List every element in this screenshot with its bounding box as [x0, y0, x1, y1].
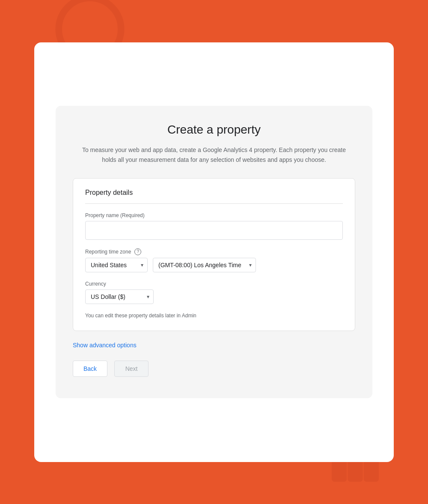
section-title: Property details: [85, 189, 343, 204]
timezone-group: Reporting time zone ? United States Unit…: [85, 248, 343, 272]
timezone-label: Reporting time zone: [85, 249, 131, 255]
property-details-card: Property details Property name (Required…: [73, 178, 355, 331]
property-name-group: Property name (Required): [85, 212, 343, 240]
currency-label: Currency: [85, 281, 343, 287]
timezone-selects-row: United States United Kingdom Canada Aust…: [85, 258, 343, 272]
timezone-select-wrapper: (GMT-08:00) Los Angeles Time (GMT-05:00)…: [153, 258, 256, 272]
currency-select-wrapper: US Dollar ($) Euro (€) British Pound (£)…: [85, 289, 154, 304]
property-name-input[interactable]: [85, 221, 343, 240]
outer-card: Create a property To measure your web an…: [34, 42, 394, 462]
currency-group: Currency US Dollar ($) Euro (€) British …: [85, 281, 343, 304]
back-button[interactable]: Back: [73, 361, 107, 377]
page-title: Create a property: [73, 123, 355, 137]
currency-select[interactable]: US Dollar ($) Euro (€) British Pound (£): [85, 289, 154, 304]
buttons-row: Back Next: [73, 361, 355, 377]
country-select[interactable]: United States United Kingdom Canada Aust…: [85, 258, 148, 272]
timezone-label-row: Reporting time zone ?: [85, 248, 343, 255]
edit-note: You can edit these property details late…: [85, 313, 343, 319]
show-advanced-options-link[interactable]: Show advanced options: [73, 342, 137, 349]
next-button[interactable]: Next: [114, 361, 149, 377]
property-name-label: Property name (Required): [85, 212, 343, 218]
country-select-wrapper: United States United Kingdom Canada Aust…: [85, 258, 148, 272]
help-icon[interactable]: ?: [134, 248, 141, 255]
page-description: To measure your web and app data, create…: [73, 145, 355, 164]
inner-content: Create a property To measure your web an…: [56, 106, 372, 398]
timezone-select[interactable]: (GMT-08:00) Los Angeles Time (GMT-05:00)…: [153, 258, 256, 272]
